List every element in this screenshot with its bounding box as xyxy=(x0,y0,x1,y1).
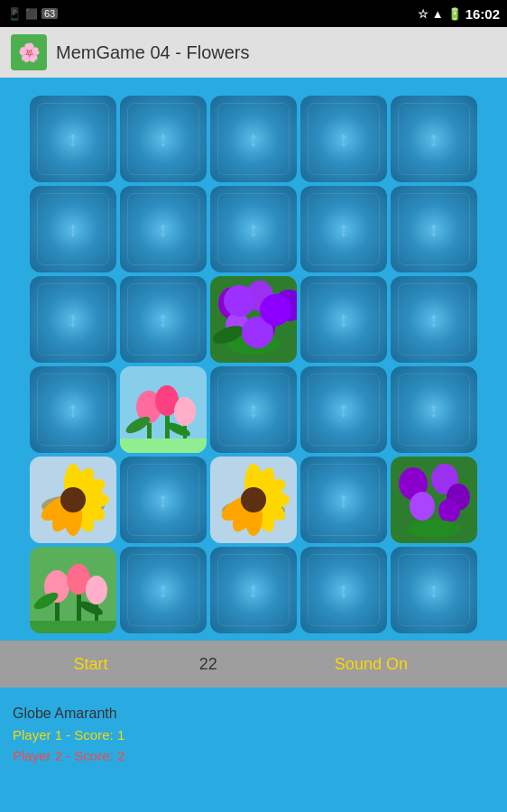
card-2-2[interactable]: ↕ xyxy=(120,186,207,272)
card-3-3-amaranth[interactable] xyxy=(210,276,297,363)
grid-row-2: ↕ ↕ ↕ ↕ ↕ xyxy=(5,186,502,272)
controls-bar: Start 22 Sound On xyxy=(0,641,507,687)
card-1-2[interactable]: ↕ xyxy=(120,96,207,182)
card-4-2-tulip[interactable] xyxy=(120,366,207,453)
card-2-5[interactable]: ↕ xyxy=(391,186,477,272)
card-6-1-tulip2[interactable] xyxy=(30,547,116,633)
card-2-1[interactable]: ↕ xyxy=(30,186,116,272)
card-5-3-daisy2[interactable] xyxy=(210,457,297,543)
notification-count: 63 xyxy=(41,8,58,19)
card-4-4[interactable]: ↕ xyxy=(300,366,387,453)
card-4-3[interactable]: ↕ xyxy=(210,366,297,453)
card-4-5[interactable]: ↕ xyxy=(391,366,477,453)
svg-point-41 xyxy=(241,487,266,512)
card-1-5[interactable]: ↕ xyxy=(391,96,477,182)
status-bar: 📱 ⬛ 63 ☆ ▲ 🔋 16:02 xyxy=(0,0,507,27)
card-5-4[interactable]: ↕ xyxy=(300,457,387,543)
sound-button[interactable]: Sound On xyxy=(235,641,507,687)
grid-row-1: ↕ ↕ ↕ ↕ ↕ xyxy=(5,96,502,182)
app-title: MemGame 04 - Flowers xyxy=(56,42,250,63)
card-5-5-amaranth2[interactable] xyxy=(391,457,477,543)
game-grid: ↕ ↕ ↕ ↕ ↕ ↕ ↕ ↕ ↕ ↕ ↕ ↕ ↕ xyxy=(0,92,507,637)
plant-name: Globe Amaranth xyxy=(13,706,494,722)
status-left-icons: 📱 ⬛ 63 xyxy=(7,7,58,21)
svg-point-1 xyxy=(218,287,247,319)
card-6-2[interactable]: ↕ xyxy=(120,547,207,633)
card-3-1[interactable]: ↕ xyxy=(30,276,116,363)
grid-row-3: ↕ ↕ ↕ ↕ xyxy=(5,276,502,363)
card-3-4[interactable]: ↕ xyxy=(300,276,387,363)
wifi-icon: ▲ xyxy=(432,7,444,21)
title-bar: 🌸 MemGame 04 - Flowers xyxy=(0,27,507,78)
grid-row-6: ↕ ↕ ↕ ↕ xyxy=(5,547,502,633)
score-value: 22 xyxy=(199,655,217,674)
status-right-icons: ☆ ▲ 🔋 16:02 xyxy=(418,6,500,22)
bottom-info: Globe Amaranth Player 1 - Score: 1 Playe… xyxy=(0,687,507,772)
svg-point-14 xyxy=(174,397,196,426)
svg-point-46 xyxy=(410,492,435,521)
card-4-1[interactable]: ↕ xyxy=(30,366,116,453)
screenshot-icon: ⬛ xyxy=(25,8,38,20)
battery-icon: 🔋 xyxy=(447,7,462,21)
score-display: 22 xyxy=(181,641,235,687)
card-3-2[interactable]: ↕ xyxy=(120,276,207,363)
player2-score: Player 2 - Score: 2 xyxy=(13,748,494,763)
svg-point-47 xyxy=(438,499,460,522)
card-6-4[interactable]: ↕ xyxy=(300,547,387,633)
card-5-1-daisy[interactable] xyxy=(30,457,116,543)
card-2-4[interactable]: ↕ xyxy=(300,186,387,272)
card-1-1[interactable]: ↕ xyxy=(30,96,116,182)
grid-row-5: ↕ ↕ xyxy=(5,457,502,543)
card-2-3[interactable]: ↕ xyxy=(210,186,297,272)
svg-point-29 xyxy=(60,487,86,512)
top-spacer xyxy=(0,78,507,92)
svg-rect-17 xyxy=(120,438,207,453)
card-1-3[interactable]: ↕ xyxy=(210,96,297,182)
svg-point-48 xyxy=(407,520,461,538)
player1-score: Player 1 - Score: 1 xyxy=(13,727,494,743)
card-3-5[interactable]: ↕ xyxy=(391,276,477,363)
grid-row-4: ↕ ↕ ↕ ↕ xyxy=(5,366,502,453)
card-5-2[interactable]: ↕ xyxy=(120,457,207,543)
card-6-5[interactable]: ↕ xyxy=(391,547,477,633)
svg-point-55 xyxy=(86,576,107,604)
start-button[interactable]: Start xyxy=(0,641,181,687)
card-1-4[interactable]: ↕ xyxy=(300,96,387,182)
phone-icon: 📱 xyxy=(7,7,22,21)
app-icon: 🌸 xyxy=(11,34,47,70)
clock: 16:02 xyxy=(466,6,500,22)
card-6-3[interactable]: ↕ xyxy=(210,547,297,633)
svg-rect-58 xyxy=(30,621,116,633)
bluetooth-icon: ☆ xyxy=(418,7,429,21)
